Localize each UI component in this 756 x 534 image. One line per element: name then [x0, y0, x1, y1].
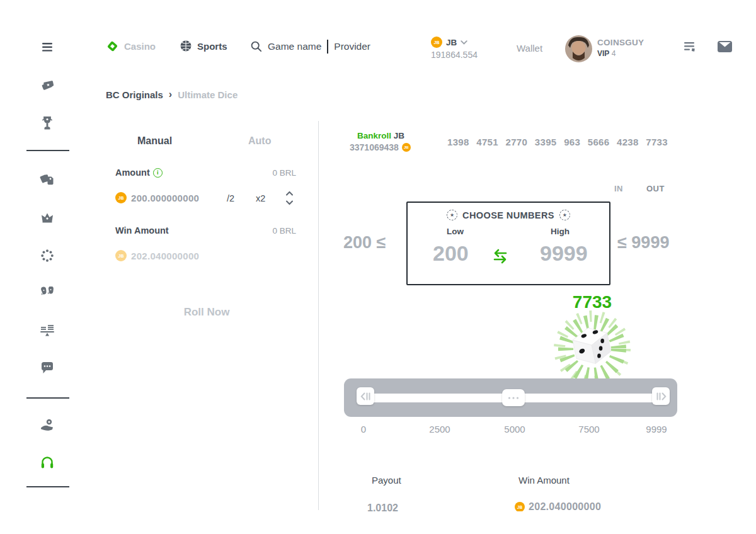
sidebar-item-worldcup[interactable] — [41, 116, 54, 131]
sidebar-divider — [26, 150, 69, 151]
hamburger-icon — [42, 43, 53, 52]
jb-coin-icon: JB — [115, 192, 127, 203]
sidebar-item-bets[interactable] — [40, 78, 54, 92]
tick-label: 2500 — [411, 424, 468, 435]
tick-label: 9999 — [628, 424, 685, 435]
choose-numbers-title: CHOOSE NUMBERS — [462, 210, 554, 220]
tab-manual[interactable]: Manual — [137, 135, 172, 147]
choose-numbers-title-row: ★ CHOOSE NUMBERS ★ — [408, 210, 609, 220]
tick-label: 0 — [335, 424, 392, 435]
tick-label: 7500 — [561, 424, 617, 435]
search-divider — [327, 40, 328, 54]
lte-symbol: ≤ — [377, 233, 386, 252]
history-roll[interactable]: 2770 — [506, 137, 528, 147]
max-bound-value: 9999 — [631, 233, 669, 252]
toggle-out[interactable]: OUT — [646, 184, 665, 193]
sidebar-item-chat[interactable] — [40, 361, 54, 375]
low-value-input[interactable]: 200 — [433, 241, 469, 266]
history-roll[interactable]: 5666 — [588, 137, 610, 147]
game-win-amount-label: Win Amount — [518, 475, 570, 486]
lte-symbol: ≤ — [617, 233, 627, 252]
search-icon — [251, 41, 262, 52]
nav-sports-label: Sports — [197, 41, 227, 52]
sidebar-item-forum[interactable] — [40, 287, 54, 299]
casino-icon — [106, 40, 119, 53]
search-scope-game[interactable]: Game name — [268, 41, 321, 52]
history-roll[interactable]: 4238 — [617, 137, 639, 147]
list-icon — [684, 42, 696, 52]
breadcrumb: BC Originals › Ultimate Dice — [106, 89, 238, 100]
choose-numbers-box: ★ CHOOSE NUMBERS ★ Low High 200 9999 — [406, 202, 610, 285]
handle-left-icon — [360, 392, 371, 401]
history-roll[interactable]: 4751 — [476, 137, 498, 147]
currency-code: JB — [446, 38, 457, 47]
avatar[interactable] — [565, 35, 592, 62]
message-bubble-icon — [40, 361, 54, 375]
amount-stepper[interactable] — [285, 191, 294, 205]
sidebar-divider — [26, 486, 69, 487]
balance: 191864.554 — [431, 50, 478, 60]
toggle-in[interactable]: IN — [614, 184, 623, 193]
trophy-icon — [41, 116, 54, 131]
game-win-amount-row: JB 202.040000000 — [515, 501, 601, 511]
dotted-ring-icon — [40, 249, 54, 263]
amount-input[interactable]: 200.000000000 — [131, 193, 199, 203]
bankroll-value-row: 3371069438 JB — [350, 142, 411, 152]
history-roll[interactable]: 7733 — [646, 137, 668, 147]
drag-dots-icon — [508, 397, 519, 399]
breadcrumb-parent[interactable]: BC Originals — [106, 89, 163, 100]
win-amount-fiat: 0 BRL — [233, 226, 296, 236]
sidebar-item-vip[interactable] — [40, 212, 54, 224]
nav-sports[interactable]: Sports — [180, 40, 227, 52]
history-roll[interactable]: 1398 — [447, 137, 469, 147]
half-bet-button[interactable]: /2 — [227, 193, 234, 203]
sidebar-item-referral[interactable] — [40, 418, 55, 432]
roll-now-button[interactable]: Roll Now — [137, 305, 276, 319]
amount-row: Amount i — [115, 168, 163, 178]
sidebar-item-games[interactable] — [40, 173, 55, 188]
avatar-photo — [565, 35, 592, 62]
wallet-button[interactable]: Wallet — [517, 43, 542, 54]
user-info[interactable]: COINSGUY VIP 4 — [597, 38, 644, 58]
max-bound: ≤ 9999 — [617, 233, 669, 253]
star-badge-icon: ★ — [447, 210, 457, 220]
menu-button[interactable] — [42, 43, 53, 52]
nav-casino[interactable]: Casino — [106, 40, 156, 53]
swap-arrows-icon — [492, 249, 508, 264]
slider-handle-center[interactable] — [502, 389, 525, 406]
roll-history: 1398 4751 2770 3395 963 5666 4238 7733 — [447, 137, 668, 147]
betslip-ticket-icon — [40, 78, 54, 92]
search-scope-provider[interactable]: Provider — [334, 41, 370, 52]
currency-selector[interactable]: JB JB 191864.554 — [431, 37, 478, 60]
bankroll-value: 3371069438 — [350, 142, 399, 152]
history-roll[interactable]: 963 — [564, 137, 580, 147]
win-amount-row: JB 202.040000000 — [115, 250, 199, 261]
chevron-up-icon[interactable] — [285, 191, 294, 196]
info-icon[interactable]: i — [153, 168, 163, 178]
sidebar-item-support[interactable] — [40, 455, 55, 470]
crown-icon — [40, 212, 54, 224]
high-value-input[interactable]: 9999 — [540, 241, 594, 266]
vip-level: 4 — [612, 49, 616, 58]
search-bar[interactable]: Game name Provider — [251, 40, 370, 54]
basketball-icon — [180, 40, 192, 52]
mail-button[interactable] — [718, 41, 732, 52]
tab-auto[interactable]: Auto — [248, 135, 271, 147]
payout-value: 1.0102 — [367, 503, 398, 511]
handle-right-icon — [656, 392, 667, 401]
slider-handle-low[interactable] — [357, 387, 374, 405]
history-roll[interactable]: 3395 — [535, 137, 557, 147]
slider-handle-high[interactable] — [652, 387, 670, 405]
betslip-list-button[interactable] — [684, 42, 696, 52]
range-slider[interactable] — [344, 378, 677, 417]
sidebar-item-trading[interactable] — [40, 324, 55, 338]
double-bet-button[interactable]: x2 — [256, 193, 265, 203]
breadcrumb-chevron-icon: › — [169, 89, 172, 100]
balance-bars-icon — [40, 324, 55, 338]
sidebar-item-lottery[interactable] — [40, 249, 54, 263]
chevron-down-icon[interactable] — [285, 200, 294, 205]
swap-values-button[interactable] — [492, 249, 508, 264]
bankroll-currency: JB — [394, 131, 404, 140]
game-area: Bankroll JB 3371069438 JB 1398 4751 2770… — [318, 120, 756, 511]
jb-coin-icon: JB — [402, 143, 411, 152]
